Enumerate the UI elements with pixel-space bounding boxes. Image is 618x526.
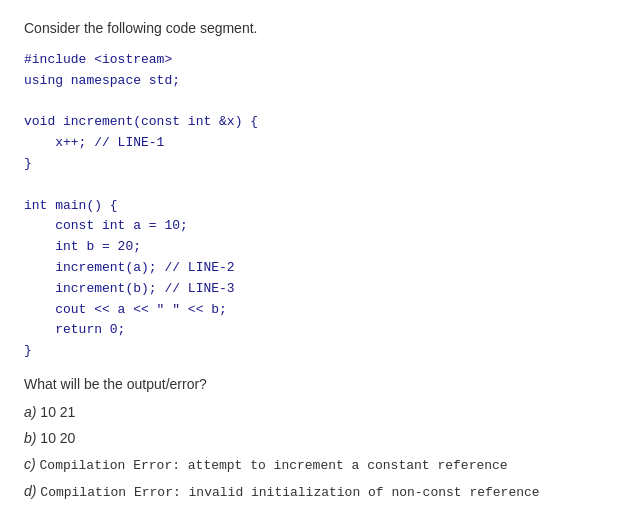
- code-line: int b = 20;: [24, 237, 594, 258]
- option-text: 10 21: [40, 404, 75, 420]
- code-block: #include <iostream>using namespace std; …: [24, 50, 594, 362]
- code-line: return 0;: [24, 320, 594, 341]
- code-line: void increment(const int &x) {: [24, 112, 594, 133]
- code-line: int main() {: [24, 196, 594, 217]
- option-item: d) Compilation Error: invalid initializa…: [24, 483, 594, 500]
- code-line: }: [24, 154, 594, 175]
- code-line: increment(b); // LINE-3: [24, 279, 594, 300]
- question-text: What will be the output/error?: [24, 376, 594, 392]
- code-line: x++; // LINE-1: [24, 133, 594, 154]
- code-line: increment(a); // LINE-2: [24, 258, 594, 279]
- option-label: b): [24, 430, 40, 446]
- intro-text: Consider the following code segment.: [24, 20, 594, 36]
- code-line: const int a = 10;: [24, 216, 594, 237]
- option-label: a): [24, 404, 40, 420]
- code-line: #include <iostream>: [24, 50, 594, 71]
- code-line: }: [24, 341, 594, 362]
- option-label: c): [24, 456, 40, 472]
- option-item: b) 10 20: [24, 430, 594, 446]
- code-line: cout << a << " " << b;: [24, 300, 594, 321]
- code-line: using namespace std;: [24, 71, 594, 92]
- option-text: Compilation Error: invalid initializatio…: [40, 485, 539, 500]
- options-list: a) 10 21b) 10 20c) Compilation Error: at…: [24, 404, 594, 500]
- option-item: a) 10 21: [24, 404, 594, 420]
- option-label: d): [24, 483, 40, 499]
- option-text: Compilation Error: attempt to increment …: [40, 458, 508, 473]
- option-item: c) Compilation Error: attempt to increme…: [24, 456, 594, 473]
- code-line: [24, 92, 594, 113]
- code-line: [24, 175, 594, 196]
- option-text: 10 20: [40, 430, 75, 446]
